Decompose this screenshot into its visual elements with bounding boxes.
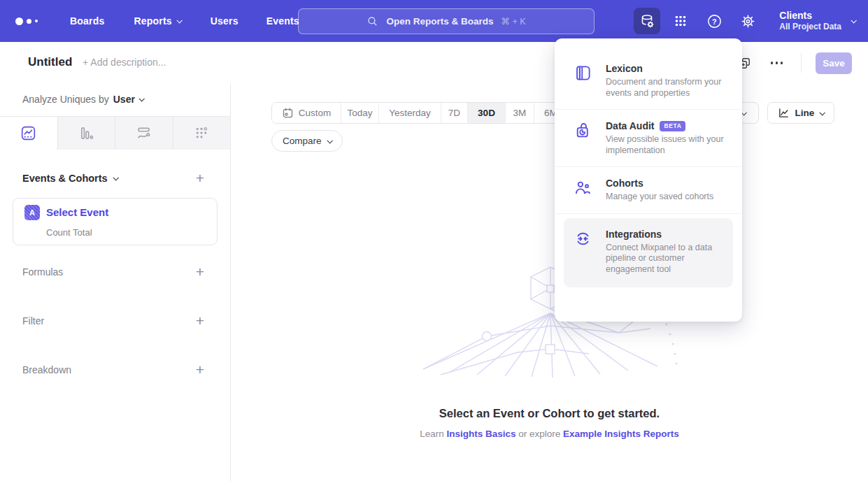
tab-bar-chart[interactable] — [57, 117, 115, 150]
beta-badge: BETA — [660, 121, 685, 131]
menu-item-title: Data Audit — [606, 120, 654, 131]
divider — [801, 53, 802, 73]
analyze-by-dropdown[interactable]: User — [113, 94, 143, 105]
nav-item-reports[interactable]: Reports — [134, 15, 180, 27]
tab-flow[interactable] — [115, 117, 173, 150]
nav-label: Reports — [134, 15, 171, 27]
date-range-picker: Custom Today Yesterday 7D 30D 3M 6M — [271, 102, 568, 124]
apps-grid-icon[interactable] — [667, 8, 694, 34]
analyze-value: User — [113, 94, 135, 105]
data-management-menu: Lexicon Document and transform your even… — [555, 38, 742, 322]
report-title[interactable]: Untitled — [28, 55, 72, 69]
event-card[interactable]: A Select Event Count Total — [13, 198, 218, 245]
nav-label: Events — [266, 15, 299, 27]
search-shortcut: ⌘ + K — [501, 16, 525, 27]
menu-item-description: Document and transform your events and p… — [606, 77, 726, 99]
top-navbar: Boards Reports Users Events Open Reports… — [0, 0, 868, 42]
chevron-down-icon — [820, 110, 825, 115]
date-range-30d-selected[interactable]: 30D — [467, 103, 505, 123]
chart-type-dropdown[interactable]: Line — [767, 102, 834, 124]
header-actions: Save — [738, 42, 868, 84]
date-range-7d[interactable]: 7D — [441, 103, 467, 123]
menu-item-cohorts[interactable]: Cohorts Manage your saved cohorts — [555, 167, 742, 213]
nav-item-events[interactable]: Events — [266, 15, 299, 27]
insights-basics-link[interactable]: Insights Basics — [446, 429, 515, 439]
metrics-grid-icon — [194, 125, 210, 141]
date-range-label: Yesterday — [389, 108, 431, 118]
tab-line-insights[interactable] — [0, 117, 57, 150]
learn-prefix: Learn — [420, 429, 444, 439]
data-management-icon[interactable] — [634, 8, 660, 34]
project-selector[interactable]: Clients All Project Data — [761, 10, 855, 32]
insights-report-page: Boards Reports Users Events Open Reports… — [0, 0, 868, 481]
menu-item-data-audit[interactable]: Data AuditBETA View possible issues with… — [555, 110, 742, 166]
flow-icon — [136, 125, 152, 141]
date-range-custom[interactable]: Custom — [272, 103, 341, 123]
settings-icon[interactable] — [734, 8, 761, 34]
empty-state-title: Select an Event or Cohort to get started… — [231, 407, 868, 420]
chevron-down-icon — [138, 96, 144, 101]
chevron-down-icon — [327, 138, 332, 143]
menu-item-description: View possible issues with your implement… — [606, 134, 726, 156]
menu-item-title: Lexicon — [606, 63, 643, 74]
add-formula-button[interactable]: + — [193, 266, 207, 280]
event-series-badge: A — [24, 205, 40, 220]
explore-text: or explore — [518, 429, 560, 439]
compare-button[interactable]: Compare — [271, 130, 343, 152]
add-event-button[interactable]: + — [193, 172, 207, 186]
menu-item-description: Connect Mixpanel to a data pipeline or c… — [606, 243, 726, 275]
menu-item-integrations[interactable]: Integrations Connect Mixpanel to a data … — [564, 218, 733, 288]
date-range-3m[interactable]: 3M — [505, 103, 534, 123]
tab-metrics-grid[interactable] — [173, 117, 231, 150]
nav-label: Boards — [70, 15, 104, 27]
line-insights-icon — [20, 125, 36, 141]
chevron-down-icon — [176, 17, 182, 23]
date-range-today[interactable]: Today — [341, 103, 378, 123]
example-insights-reports-link[interactable]: Example Insights Reports — [563, 429, 679, 439]
nav-label: Users — [211, 15, 239, 27]
global-search-input[interactable]: Open Reports & Boards ⌘ + K — [298, 8, 595, 34]
date-range-label: 30D — [478, 108, 495, 118]
events-cohorts-header[interactable]: Events & Cohorts — [22, 173, 118, 184]
svg-text:?: ? — [712, 17, 717, 25]
mixpanel-logo-icon[interactable] — [15, 17, 50, 25]
date-range-label: Custom — [299, 108, 332, 118]
formulas-row[interactable]: Formulas — [22, 266, 63, 278]
nav-item-users[interactable]: Users — [211, 15, 239, 27]
help-icon[interactable]: ? — [701, 8, 727, 34]
nav-item-boards[interactable]: Boards — [70, 15, 104, 27]
date-range-label: Today — [347, 108, 372, 118]
chart-type-tabs — [0, 116, 230, 150]
event-aggregation-label[interactable]: Count Total — [46, 227, 92, 238]
add-breakdown-button[interactable]: + — [193, 364, 207, 378]
report-canvas: Custom Today Yesterday 7D 30D 3M 6M Comp… — [231, 84, 868, 481]
menu-item-title: Integrations — [606, 229, 662, 240]
add-description-field[interactable]: + Add description... — [83, 57, 166, 68]
date-range-label: 3M — [513, 108, 527, 118]
project-scope: All Project Data — [779, 22, 841, 32]
menu-divider — [555, 213, 741, 214]
breakdown-row[interactable]: Breakdown — [22, 364, 71, 375]
chart-type-label: Line — [795, 108, 815, 118]
line-chart-icon — [778, 107, 790, 119]
chevron-down-icon — [113, 175, 118, 180]
calendar-icon — [282, 107, 294, 119]
filter-row[interactable]: Filter — [22, 315, 44, 326]
save-button[interactable]: Save — [816, 52, 852, 74]
navbar-right-group: ? Clients All Project Data — [634, 0, 868, 42]
compare-label: Compare — [283, 136, 322, 146]
date-range-label: 7D — [448, 108, 460, 118]
more-options-icon[interactable] — [771, 62, 783, 64]
integrations-icon — [574, 229, 592, 275]
lexicon-icon — [574, 63, 592, 99]
menu-item-lexicon[interactable]: Lexicon Document and transform your even… — [555, 52, 742, 109]
search-placeholder: Open Reports & Boards — [386, 16, 493, 27]
data-audit-icon — [574, 120, 592, 156]
date-range-yesterday[interactable]: Yesterday — [378, 103, 441, 123]
add-filter-button[interactable]: + — [193, 315, 207, 329]
select-event-link[interactable]: Select Event — [46, 206, 108, 218]
menu-item-description: Manage your saved cohorts — [606, 192, 726, 203]
menu-item-title: Cohorts — [606, 178, 643, 189]
events-cohorts-label: Events & Cohorts — [22, 173, 108, 184]
chevron-down-icon — [851, 17, 856, 23]
